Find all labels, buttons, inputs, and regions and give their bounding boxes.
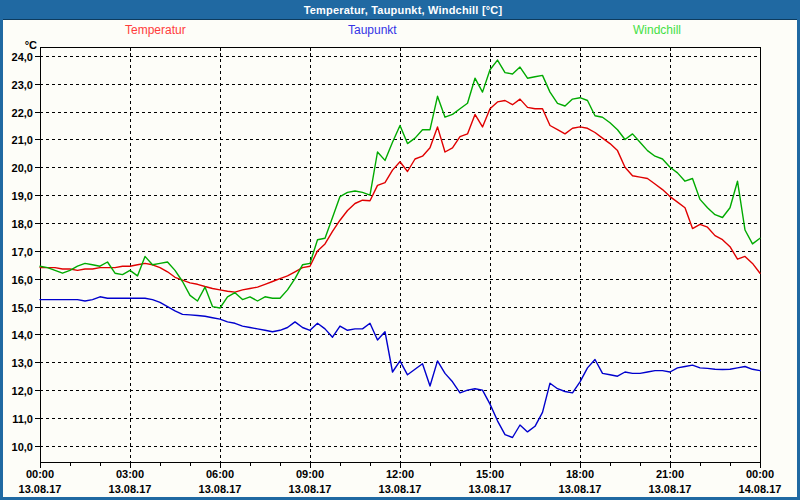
x-date-label: 13.08.17 — [379, 483, 422, 495]
y-tick-label: 15,0 — [12, 302, 33, 314]
x-date-label: 13.08.17 — [19, 483, 62, 495]
y-tick-label: 14,0 — [12, 329, 33, 341]
x-date-label: 13.08.17 — [109, 483, 152, 495]
x-date-label: 14.08.17 — [739, 483, 782, 495]
y-tick-label: 13,0 — [12, 357, 33, 369]
x-time-label: 03:00 — [116, 468, 144, 480]
y-tick-label: 24,0 — [12, 51, 33, 63]
x-date-label: 13.08.17 — [289, 483, 332, 495]
x-date-label: 13.08.17 — [199, 483, 242, 495]
y-tick-label: 18,0 — [12, 218, 33, 230]
y-tick-label: 11,0 — [12, 413, 33, 425]
y-tick-label: 17,0 — [12, 246, 33, 258]
y-tick-label: 22,0 — [12, 107, 33, 119]
x-time-label: 09:00 — [296, 468, 324, 480]
x-date-label: 13.08.17 — [559, 483, 602, 495]
x-time-label: 00:00 — [746, 468, 774, 480]
x-time-label: 06:00 — [206, 468, 234, 480]
x-time-label: 12:00 — [386, 468, 414, 480]
y-axis-unit: °C — [25, 39, 37, 51]
y-tick-label: 19,0 — [12, 190, 33, 202]
data-series — [40, 60, 760, 437]
grid-lines — [40, 47, 760, 462]
y-tick-label: 12,0 — [12, 385, 33, 397]
chart-canvas: 10,011,012,013,014,015,016,017,018,019,0… — [0, 0, 800, 500]
y-tick-label: 21,0 — [12, 134, 33, 146]
axis-labels: 10,011,012,013,014,015,016,017,018,019,0… — [12, 39, 782, 495]
y-tick-label: 20,0 — [12, 162, 33, 174]
x-time-label: 21:00 — [656, 468, 684, 480]
y-tick-label: 23,0 — [12, 79, 33, 91]
y-tick-label: 10,0 — [12, 441, 33, 453]
x-time-label: 00:00 — [26, 468, 54, 480]
x-date-label: 13.08.17 — [649, 483, 692, 495]
x-time-label: 18:00 — [566, 468, 594, 480]
x-date-label: 13.08.17 — [469, 483, 512, 495]
x-time-label: 15:00 — [476, 468, 504, 480]
chart-window: Temperatur, Taupunkt, Windchill [°C] Tem… — [0, 0, 800, 500]
y-tick-label: 16,0 — [12, 274, 33, 286]
axis-ticks — [35, 47, 761, 468]
